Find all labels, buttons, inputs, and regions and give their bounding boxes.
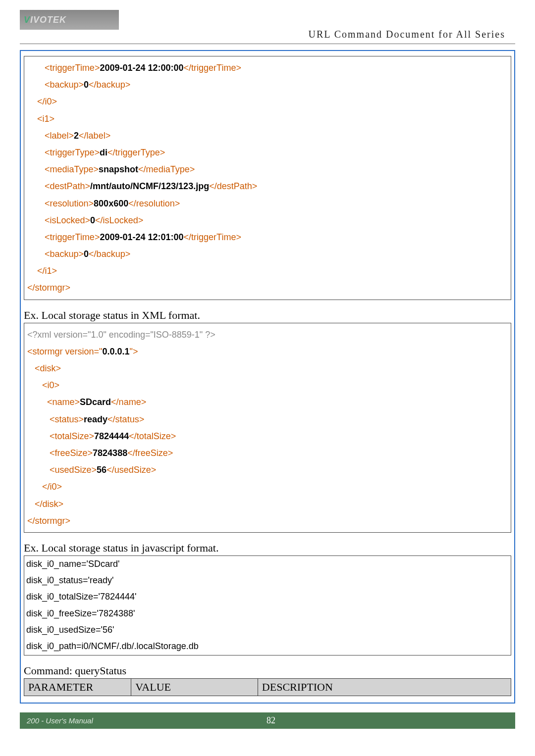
xml-code-box-1: <triggerTime>2009-01-24 12:00:00</trigge…: [24, 56, 511, 300]
code-line: <triggerTime>2009-01-24 12:00:00</trigge…: [24, 59, 511, 76]
logo-rest: IVOTEK: [30, 15, 66, 25]
code-line: </i0>: [24, 478, 511, 495]
logo-text: VIVOTEK: [24, 15, 66, 25]
footer-page-number: 82: [267, 715, 275, 726]
code-line: <name>SDcard</name>: [24, 394, 511, 410]
code-line: <backup>0</backup>: [24, 246, 511, 262]
header-logo-bar: VIVOTEK: [20, 10, 119, 30]
code-line: <label>2</label>: [24, 127, 511, 144]
code-line: disk_i0_usedSize='56': [24, 622, 511, 638]
col-description: DESCRIPTION: [258, 678, 511, 696]
logo-v: V: [24, 15, 30, 25]
code-line: <status>ready</status>: [24, 411, 511, 428]
code-line: <triggerType>di</triggerType>: [24, 144, 511, 161]
code-line: <isLocked>0</isLocked>: [24, 212, 511, 229]
code-line: disk_i0_freeSize='7824388': [24, 605, 511, 622]
code-line: <freeSize>7824388</freeSize>: [24, 445, 511, 461]
code-line: </i0>: [24, 93, 511, 110]
code-line: </i1>: [24, 262, 511, 279]
code-line: <triggerTime>2009-01-24 12:01:00</trigge…: [24, 229, 511, 246]
code-line: <?xml version="1.0" encoding="ISO-8859-1…: [24, 326, 511, 343]
code-line: <i0>: [24, 377, 511, 394]
xml-code-box-2: <?xml version="1.0" encoding="ISO-8859-1…: [24, 323, 511, 533]
parameter-table: PARAMETER VALUE DESCRIPTION: [24, 678, 511, 696]
code-line: disk_i0_totalSize='7824444': [24, 589, 511, 605]
code-line: disk_i0_name='SDcard': [24, 556, 511, 572]
caption-xml-status: Ex. Local storage status in XML format.: [24, 309, 511, 322]
table-header-row: PARAMETER VALUE DESCRIPTION: [24, 678, 511, 696]
content-frame: <triggerTime>2009-01-24 12:00:00</trigge…: [20, 50, 515, 704]
doc-title: URL Command Document for All Series: [308, 29, 505, 40]
col-value: VALUE: [131, 678, 258, 696]
code-line: <resolution>800x600</resolution>: [24, 195, 511, 212]
col-parameter: PARAMETER: [24, 678, 131, 696]
code-line: <mediaType>snapshot</mediaType>: [24, 161, 511, 178]
code-line: <backup>0</backup>: [24, 76, 511, 93]
footer-left: 200 - User's Manual: [27, 716, 93, 725]
footer-bar: 200 - User's Manual 82: [20, 712, 515, 729]
code-line: <disk>: [24, 360, 511, 377]
command-label: Command: queryStatus: [24, 664, 511, 677]
code-line: <destPath>/mnt/auto/NCMF/123/123.jpg</de…: [24, 178, 511, 195]
code-line: <i1>: [24, 110, 511, 127]
js-code-box: disk_i0_name='SDcard'disk_i0_status='rea…: [24, 555, 511, 655]
code-line: <usedSize>56</usedSize>: [24, 461, 511, 478]
code-line: disk_i0_status='ready': [24, 572, 511, 589]
code-line: </stormgr>: [24, 279, 511, 296]
code-line: disk_i0_path=i0/NCMF/.db/.localStorage.d…: [24, 638, 511, 655]
header-rule: [20, 44, 515, 44]
code-line: </stormgr>: [24, 512, 511, 529]
code-line: <stormgr version="0.0.0.1">: [24, 343, 511, 360]
code-line: <totalSize>7824444</totalSize>: [24, 428, 511, 445]
code-line: </disk>: [24, 496, 511, 512]
caption-js-status: Ex. Local storage status in javascript f…: [24, 542, 511, 554]
